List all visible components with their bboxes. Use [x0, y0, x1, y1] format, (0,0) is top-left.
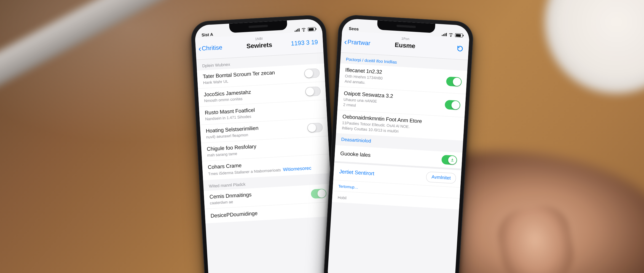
back-label: Prartwar [347, 38, 371, 47]
back-button[interactable]: ‹ Prartwar [344, 38, 371, 47]
row-label-link: Jertiet Sentirort [339, 169, 423, 180]
phone-left: Sist A 1NBI ‹ Chritise Sewirets 1193 3 1… [190, 14, 340, 273]
photo-scene: Sist A 1NBI ‹ Chritise Sewirets 1193 3 1… [0, 0, 644, 273]
wifi-icon [301, 28, 306, 32]
toggle-switch[interactable] [304, 68, 320, 78]
toggle-switch[interactable] [446, 77, 462, 87]
download-icon [450, 158, 454, 162]
status-carrier: Seos [349, 26, 359, 31]
nav-title: Sewirets [246, 41, 272, 50]
toggle-switch[interactable] [311, 189, 327, 199]
nav-overline: 1NBI [255, 37, 263, 41]
screen-right: Seos 1Pon ‹ Prartwar Eusme [327, 18, 470, 273]
settings-list: Tater Bomtal Scroum Ter zecan Hank Wahr … [197, 64, 330, 180]
phone-right: Seos 1Pon ‹ Prartwar Eusme [323, 14, 474, 273]
toggle-switch[interactable] [305, 86, 321, 96]
power-button[interactable] [328, 72, 331, 97]
volume-down-button[interactable] [193, 92, 195, 108]
wifi-icon [448, 33, 454, 37]
battery-icon [455, 33, 463, 38]
chevron-left-icon: ‹ [344, 39, 347, 45]
settings-list-2: Cemis Dnmaitings caaterdwn ae DesicePDou… [204, 184, 333, 223]
toggle-switch[interactable] [307, 122, 323, 133]
toggle-switch[interactable] [441, 155, 457, 165]
nav-title: Eusme [395, 41, 415, 50]
chevron-left-icon: ‹ [198, 46, 201, 51]
back-label: Chritise [202, 44, 222, 52]
screen-left: Sist A 1NBI ‹ Chritise Sewirets 1193 3 1… [194, 18, 337, 273]
row-label: Guooke lales [340, 151, 439, 162]
volume-up-button[interactable] [191, 71, 194, 88]
volume-down-button[interactable] [332, 84, 335, 101]
stylus-blur [0, 0, 180, 106]
toggle-switch[interactable] [445, 100, 461, 110]
row-link[interactable]: Witiomesorec [283, 165, 312, 172]
status-carrier: Sist A [202, 32, 213, 37]
back-button[interactable]: ‹ Chritise [198, 44, 222, 52]
battery-icon [308, 27, 316, 31]
power-button[interactable] [469, 80, 472, 105]
settings-list: Iflecanet 1n2.32 Orth Hnehm 1734H80 And … [336, 63, 467, 141]
volume-up-button[interactable] [334, 64, 336, 80]
settings-list-3: Jertiet Sentirort Avmlnitet Tertomup… Ho… [332, 163, 461, 209]
cellular-icon [442, 33, 447, 36]
cellular-icon [294, 28, 300, 32]
refresh-button[interactable] [456, 45, 464, 52]
row-label: DesicePDoumidinge [210, 207, 324, 219]
nav-overline: 1Pon [401, 37, 410, 41]
cup-blur [545, 0, 644, 94]
action-button[interactable]: Avmlnitet [426, 171, 456, 184]
refresh-icon [456, 45, 464, 52]
nav-trailing-text[interactable]: 1193 3 19 [291, 39, 318, 47]
